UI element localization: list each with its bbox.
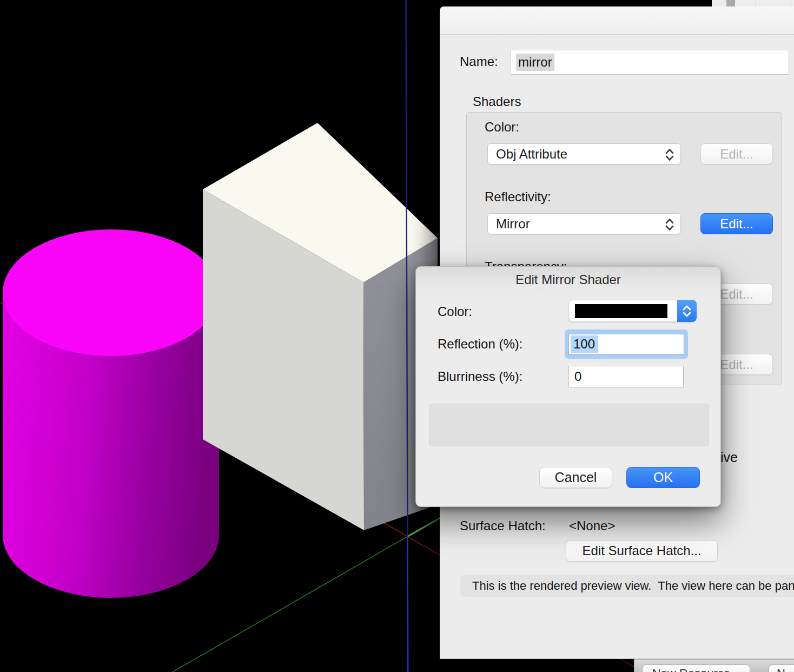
name-value: mirror bbox=[516, 54, 554, 71]
shaders-group-label: Shaders bbox=[473, 94, 521, 109]
name-label: Name: bbox=[460, 54, 498, 69]
toolbar-divider bbox=[791, 0, 791, 6]
magenta-cylinder bbox=[3, 229, 219, 598]
reflectivity-edit-button[interactable]: Edit... bbox=[700, 213, 773, 234]
cancel-button[interactable]: Cancel bbox=[539, 467, 612, 488]
color-shader-label: Color: bbox=[485, 120, 519, 135]
modal-color-label: Color: bbox=[438, 304, 472, 319]
chevron-up-icon bbox=[682, 305, 692, 311]
color-shader-popup[interactable]: Obj Attribute bbox=[487, 143, 681, 164]
shader-preview-panel bbox=[429, 404, 709, 446]
reflectivity-shader-label: Reflectivity: bbox=[485, 189, 551, 205]
dialog-titlebar[interactable] bbox=[440, 6, 794, 35]
background-toolbar-fragment bbox=[712, 0, 794, 6]
name-input[interactable]: mirror bbox=[511, 50, 789, 75]
popup-chevrons-icon bbox=[664, 217, 675, 232]
edit-surface-hatch-button[interactable]: Edit Surface Hatch... bbox=[566, 540, 718, 562]
color-swatch bbox=[575, 304, 667, 318]
blurriness-input[interactable]: 0 bbox=[568, 366, 684, 387]
surface-hatch-value: <None> bbox=[569, 518, 615, 533]
surface-hatch-label: Surface Hatch: bbox=[460, 518, 546, 533]
edit-mirror-shader-modal: Edit Mirror Shader Color: Reflection (%)… bbox=[415, 266, 721, 507]
reflection-input[interactable]: 100 bbox=[568, 334, 684, 354]
popup-chevrons-icon bbox=[664, 147, 675, 162]
partial-button[interactable]: N bbox=[769, 664, 794, 672]
toolbar-segment bbox=[726, 0, 735, 6]
screen: Name: mirror Shaders Color: Obj Attribut… bbox=[0, 0, 794, 672]
toolbar-divider bbox=[756, 0, 756, 6]
chevron-down-icon bbox=[682, 312, 692, 317]
new-resource-button[interactable]: New Resource... bbox=[642, 664, 750, 672]
blurriness-label: Blurriness (%): bbox=[438, 369, 522, 384]
resource-bar-fragment: New Resource... N bbox=[634, 659, 794, 672]
preview-info-text: This is the rendered preview view. The v… bbox=[472, 579, 794, 593]
color-well[interactable] bbox=[568, 300, 697, 322]
reflection-value: 100 bbox=[571, 335, 598, 353]
blurriness-value: 0 bbox=[574, 369, 581, 384]
modal-title: Edit Mirror Shader bbox=[416, 272, 720, 287]
reflection-input-focus-ring: 100 bbox=[565, 330, 688, 359]
color-edit-button[interactable]: Edit... bbox=[700, 143, 773, 164]
reflection-label: Reflection (%): bbox=[438, 337, 522, 352]
preview-info-bar: This is the rendered preview view. The v… bbox=[460, 575, 794, 597]
cylinder-top bbox=[3, 229, 219, 356]
color-stepper[interactable] bbox=[677, 300, 697, 322]
ok-button[interactable]: OK bbox=[626, 467, 700, 488]
color-shader-popup-value: Obj Attribute bbox=[496, 147, 567, 162]
reflectivity-shader-popup-value: Mirror bbox=[496, 216, 530, 232]
z-axis-blue-lower-line bbox=[408, 537, 408, 672]
partially-hidden-label: ive bbox=[720, 450, 738, 465]
reflectivity-shader-popup[interactable]: Mirror bbox=[487, 213, 681, 234]
